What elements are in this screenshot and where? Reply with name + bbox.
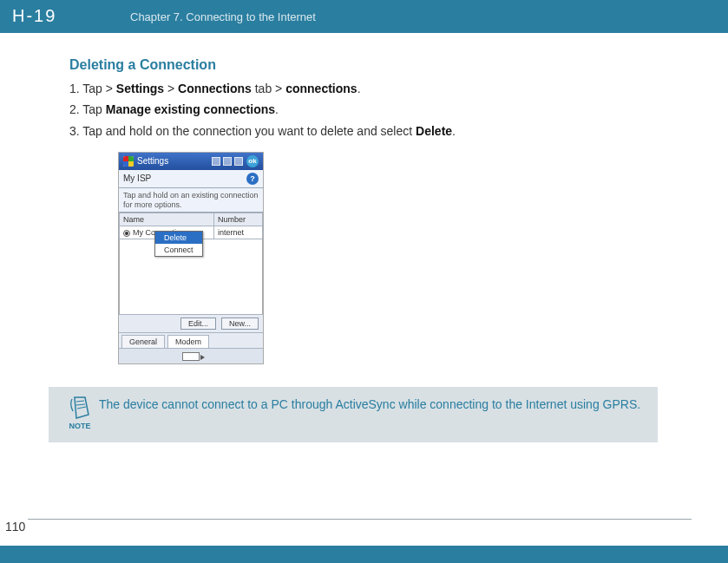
brand-logo: H-19: [12, 0, 82, 33]
keyboard-icon[interactable]: [182, 352, 200, 361]
col-name: Name: [120, 213, 214, 226]
signal-icon: [212, 157, 220, 166]
tab-row: General Modem: [119, 332, 263, 348]
wifi-icon: [223, 157, 232, 166]
device-screenshot: Settings ok My ISP ? Tap and hold on an …: [118, 152, 264, 365]
step-num: 1.: [69, 82, 80, 95]
note-icon-column: NOTE: [61, 396, 99, 430]
row-number: internet: [214, 226, 263, 239]
step-text: Tap >: [82, 82, 116, 95]
subheader-bar: My ISP ?: [119, 170, 263, 188]
svg-text:H-19: H-19: [12, 8, 56, 25]
step-text: >: [164, 82, 178, 95]
note-icon: [69, 396, 90, 420]
step-3: 3. Tap and hold on the connection you wa…: [69, 122, 659, 140]
tab-modem[interactable]: Modem: [167, 335, 209, 348]
menu-connect[interactable]: Connect: [155, 244, 202, 256]
help-icon[interactable]: ?: [246, 173, 259, 185]
tab-general[interactable]: General: [121, 335, 165, 348]
page-rule: [28, 519, 692, 520]
step-num: 3.: [69, 124, 80, 138]
device-titlebar: Settings ok: [119, 153, 263, 170]
button-row: Edit... New...: [119, 314, 263, 332]
embedded-screenshot: Settings ok My ISP ? Tap and hold on an …: [118, 152, 659, 365]
note-label: NOTE: [69, 422, 90, 430]
note-text: The device cannot connect to a PC throug…: [99, 396, 640, 430]
step-text: Tap: [82, 102, 105, 116]
step-text: Tap and hold on the connection you want …: [82, 124, 416, 138]
step-num: 2.: [69, 102, 80, 116]
isp-label: My ISP: [123, 173, 151, 183]
radio-selected-icon[interactable]: [123, 230, 130, 237]
step-bold: Delete: [416, 124, 452, 138]
step-1: 1. Tap > Settings > Connections tab > co…: [69, 80, 659, 97]
step-bold: Manage existing connections: [106, 102, 275, 116]
header-bar: H-19 Chapter 7. Connecting to the Intern…: [0, 0, 728, 33]
step-text: .: [275, 102, 279, 116]
step-bold: Connections: [178, 82, 252, 95]
status-icons: [212, 157, 243, 166]
settings-title: Settings: [137, 156, 168, 166]
step-text: .: [452, 124, 456, 138]
volume-icon: [234, 157, 243, 166]
new-button[interactable]: New...: [221, 318, 259, 330]
footer-bar: [0, 546, 728, 563]
ok-button[interactable]: ok: [246, 155, 259, 167]
windows-icon: [123, 156, 134, 167]
section-heading: Deleting a Connection: [69, 57, 659, 73]
list-area: Delete Connect: [119, 239, 263, 314]
soft-key-bar: [119, 348, 263, 363]
page-content: Deleting a Connection 1. Tap > Settings …: [0, 33, 728, 442]
page-number: 110: [5, 520, 25, 534]
note-box: NOTE The device cannot connect to a PC t…: [49, 387, 658, 442]
step-text: .: [357, 82, 361, 95]
edit-button[interactable]: Edit...: [180, 318, 216, 330]
col-number: Number: [214, 213, 263, 226]
step-bold: connections: [285, 82, 357, 95]
step-text: tab >: [252, 82, 285, 95]
step-2: 2. Tap Manage existing connections.: [69, 101, 659, 118]
context-menu: Delete Connect: [154, 231, 203, 257]
hint-text: Tap and hold on an existing connection f…: [119, 188, 263, 213]
menu-delete[interactable]: Delete: [155, 232, 202, 244]
chapter-title: Chapter 7. Connecting to the Internet: [130, 10, 316, 23]
step-bold: Settings: [116, 82, 164, 95]
